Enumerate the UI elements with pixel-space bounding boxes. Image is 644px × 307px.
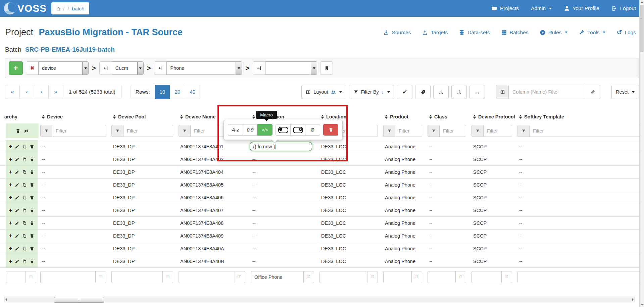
vertical-scrollbar[interactable]: [639, 0, 644, 307]
add-icon[interactable]: +: [9, 246, 12, 251]
macro-value-input[interactable]: [250, 142, 312, 151]
logout-link[interactable]: Logout: [611, 5, 636, 11]
footer-input-device-pool[interactable]: [111, 271, 163, 283]
copy-icon[interactable]: [22, 208, 27, 213]
rules-menu[interactable]: Rules: [540, 30, 568, 36]
eye-slash-icon[interactable]: [24, 129, 29, 134]
trash-icon[interactable]: [30, 259, 34, 264]
batch-name-link[interactable]: SRC-PB-EMEA-16Jul19-batch: [25, 46, 115, 53]
remove-step-button[interactable]: ✖: [26, 61, 39, 75]
filter-input-device[interactable]: [52, 125, 106, 137]
pencil-icon[interactable]: [15, 170, 19, 174]
copy-icon[interactable]: [22, 259, 27, 264]
footer-menu-button[interactable]: ≡: [303, 271, 314, 283]
footer-input-hierarchy[interactable]: [6, 271, 26, 283]
model-type-select[interactable]: device: [38, 61, 89, 75]
toggle-off-button[interactable]: [290, 124, 305, 136]
data-sets-link[interactable]: Data-sets: [459, 30, 490, 36]
copy-icon[interactable]: [22, 144, 27, 149]
pencil-icon[interactable]: [15, 195, 19, 200]
footer-menu-button[interactable]: ≡: [455, 271, 466, 283]
toggle-on-button[interactable]: [276, 124, 291, 136]
home-icon[interactable]: ⌂: [56, 5, 60, 11]
trash-icon[interactable]: [30, 170, 34, 174]
footer-input-device-protocol[interactable]: [472, 271, 502, 283]
step3-select[interactable]: Phone: [166, 61, 242, 75]
add-icon[interactable]: +: [9, 220, 12, 226]
targets-link[interactable]: Targets: [422, 30, 448, 36]
footer-menu-button[interactable]: ≡: [235, 271, 245, 283]
funnel-icon[interactable]: [179, 125, 191, 137]
footer-input-description[interactable]: [251, 271, 304, 283]
step4-select[interactable]: [265, 61, 317, 75]
pencil-icon[interactable]: [15, 183, 19, 187]
footer-menu-button[interactable]: ≡: [162, 271, 173, 283]
funnel-icon[interactable]: [111, 125, 123, 137]
pencil-icon[interactable]: [15, 246, 19, 251]
clear-filter-button[interactable]: [585, 85, 600, 99]
rows-option-10[interactable]: 10: [155, 85, 170, 99]
pencil-icon[interactable]: [15, 221, 19, 225]
scroll-down-arrow-icon[interactable]: [641, 304, 643, 306]
rows-option-40[interactable]: 40: [185, 85, 200, 99]
trash-icon[interactable]: [15, 129, 20, 134]
add-icon[interactable]: +: [9, 169, 12, 175]
copy-icon[interactable]: [22, 195, 27, 200]
footer-menu-button[interactable]: ≡: [501, 271, 512, 283]
footer-input-softkey-template[interactable]: [517, 271, 641, 283]
scroll-up-arrow-icon[interactable]: [641, 1, 643, 3]
column-header-device-protocol[interactable]: Device Protocol: [469, 112, 515, 122]
admin-menu[interactable]: Admin: [531, 5, 552, 11]
add-icon[interactable]: +: [9, 156, 12, 162]
horizontal-scrollbar-thumb[interactable]: [54, 297, 104, 303]
copy-icon[interactable]: [22, 157, 27, 162]
add-icon[interactable]: +: [9, 258, 12, 264]
trash-icon[interactable]: [30, 144, 34, 149]
column-header-product[interactable]: Product: [381, 112, 425, 122]
macro-option-button[interactable]: </>: [257, 124, 273, 136]
tag-button[interactable]: [415, 85, 431, 99]
pencil-icon[interactable]: [15, 157, 19, 162]
footer-input-device[interactable]: [40, 271, 96, 283]
scroll-left-arrow-icon[interactable]: [5, 298, 7, 301]
null-option-button[interactable]: Ø: [305, 124, 320, 136]
filter-input-device-protocol[interactable]: [484, 125, 512, 137]
column-header-device-pool[interactable]: Device Pool: [109, 112, 176, 122]
trash-icon[interactable]: [30, 234, 34, 238]
footer-input-location[interactable]: [319, 271, 367, 283]
footer-menu-button[interactable]: ≡: [26, 271, 36, 283]
column-header-softkey-template[interactable]: Softkey Template: [515, 112, 644, 122]
rows-option-20[interactable]: 20: [170, 85, 185, 99]
scroll-right-arrow-icon[interactable]: [632, 298, 634, 301]
trash-icon[interactable]: [30, 221, 34, 225]
tools-menu[interactable]: Tools: [579, 30, 605, 36]
import-button[interactable]: [451, 85, 467, 99]
pencil-icon[interactable]: [15, 259, 19, 264]
copy-icon[interactable]: [22, 221, 27, 225]
prev-page-button[interactable]: ‹: [19, 85, 34, 99]
column-header-class[interactable]: Class: [425, 112, 469, 122]
your-profile-link[interactable]: Your Profile: [564, 5, 599, 11]
filter-input-class[interactable]: [440, 125, 466, 137]
funnel-icon[interactable]: [40, 125, 52, 137]
apply-button[interactable]: ✔: [397, 85, 412, 99]
column-header-device[interactable]: Device: [38, 112, 109, 122]
funnel-icon[interactable]: [472, 125, 484, 137]
trash-icon[interactable]: [30, 157, 34, 162]
next-page-button[interactable]: ›: [34, 85, 49, 99]
add-icon[interactable]: +: [9, 207, 12, 213]
copy-icon[interactable]: [22, 170, 27, 174]
copy-icon[interactable]: [22, 234, 27, 238]
batches-link[interactable]: Batches: [501, 30, 529, 36]
footer-input-class[interactable]: [428, 271, 456, 283]
pencil-icon[interactable]: [15, 234, 19, 238]
resize-columns-button[interactable]: ↔: [469, 85, 485, 99]
trash-icon[interactable]: [30, 195, 34, 200]
delete-value-button[interactable]: [323, 124, 338, 136]
filter-input-softkey-template[interactable]: [530, 125, 641, 137]
pencil-icon[interactable]: [15, 144, 19, 149]
alpha-option-button[interactable]: A-z: [228, 124, 243, 136]
footer-menu-button[interactable]: ≡: [367, 271, 378, 283]
filter-input-product[interactable]: [395, 125, 422, 137]
last-page-button[interactable]: »: [48, 85, 63, 99]
